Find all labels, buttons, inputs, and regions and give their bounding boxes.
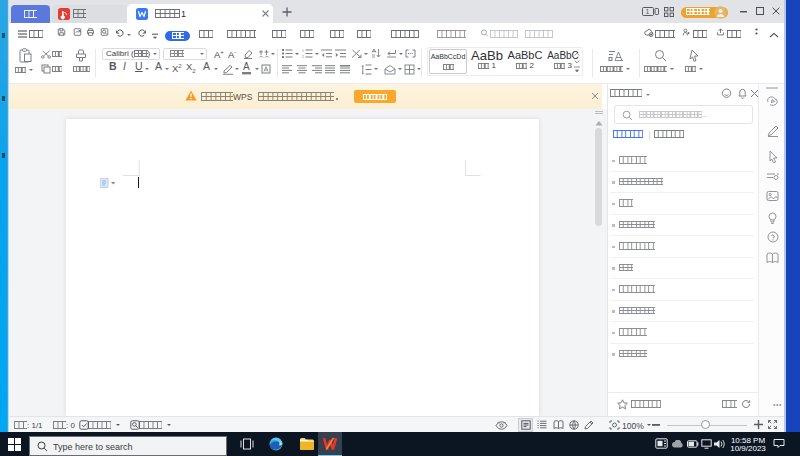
svg-text:1: 1 bbox=[646, 8, 650, 15]
svg-text:2: 2 bbox=[302, 55, 304, 58]
svg-text:1: 1 bbox=[302, 49, 304, 53]
